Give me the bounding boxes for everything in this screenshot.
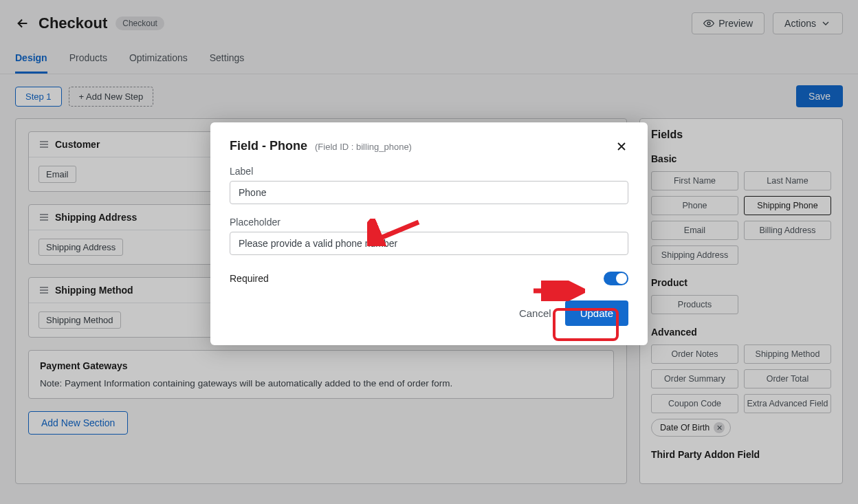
modal-overlay: Field - Phone (Field ID : billing_phone)… [0,0,858,504]
modal-title-field: Phone [270,139,307,153]
required-label: Required [230,273,269,284]
cancel-button[interactable]: Cancel [519,307,551,319]
placeholder-label: Placeholder [230,217,628,228]
modal-title-prefix: Field - [230,139,270,153]
modal-field-id: (Field ID : billing_phone) [315,142,412,152]
label-label: Label [230,166,628,177]
close-icon[interactable] [615,140,628,153]
label-input[interactable] [230,181,628,204]
placeholder-input[interactable] [230,232,628,255]
update-button[interactable]: Update [565,300,628,326]
required-toggle[interactable] [604,272,628,285]
field-edit-modal: Field - Phone (Field ID : billing_phone)… [210,122,648,345]
